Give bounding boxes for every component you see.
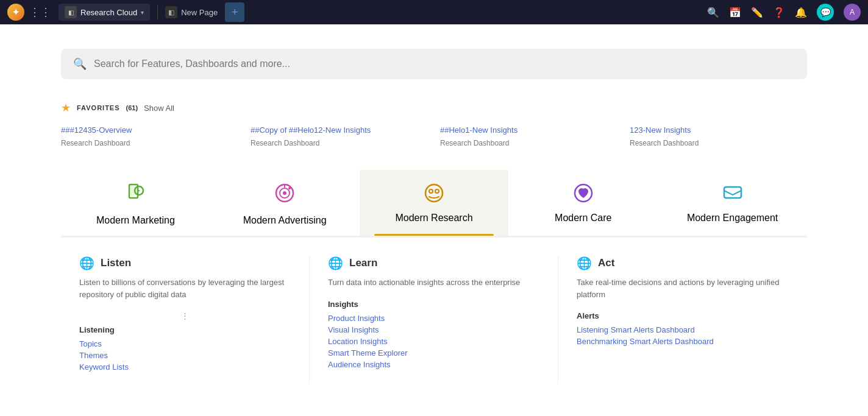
brand-icon: ◧ — [65, 6, 77, 18]
modern-engagement-icon — [722, 182, 744, 206]
help-icon[interactable]: ❓ — [773, 7, 785, 18]
learn-links: Product Insights Visual Insights Locatio… — [328, 314, 539, 369]
learn-column: 🌐 Learn Turn data into actionable insigh… — [310, 256, 558, 384]
product-tabs: Modern Marketing Modern Advertising Mode… — [61, 170, 807, 384]
favorite-link-3[interactable]: ##Helo1-New Insights — [440, 125, 617, 135]
search-bar-icon: 🔍 — [73, 57, 87, 71]
listen-links: Topics Themes Keyword Lists — [79, 339, 291, 372]
favorites-star-icon: ★ — [61, 101, 71, 115]
favorites-grid: ###12435-Overview Research Dashboard ##C… — [61, 125, 807, 148]
topics-link[interactable]: Topics — [79, 339, 291, 348]
tab-label-modern-research: Modern Research — [395, 213, 472, 224]
svg-point-6 — [288, 187, 291, 189]
svg-point-9 — [435, 189, 439, 193]
favorite-type-4: Research Dashboard — [630, 139, 699, 147]
learn-section-label: Insights — [328, 300, 539, 309]
svg-point-7 — [425, 185, 443, 202]
favorite-item: 123-New Insights Research Dashboard — [630, 125, 807, 148]
location-insights-link[interactable]: Location Insights — [328, 337, 539, 346]
modern-research-icon — [423, 182, 445, 206]
modern-care-icon — [572, 182, 594, 206]
search-input[interactable] — [94, 58, 795, 69]
act-icon: 🌐 — [577, 256, 592, 270]
audience-insights-link[interactable]: Audience Insights — [328, 360, 539, 369]
learn-header: 🌐 Learn — [328, 256, 539, 270]
favorite-type-1: Research Dashboard — [61, 139, 130, 147]
bell-icon[interactable]: 🔔 — [795, 7, 807, 18]
smart-theme-explorer-link[interactable]: Smart Theme Explorer — [328, 348, 539, 358]
new-page-icon: ◧ — [165, 6, 177, 18]
listening-smart-alerts-link[interactable]: Listening Smart Alerts Dashboard — [577, 325, 789, 334]
top-navigation: ✦ ⋮⋮ ◧ Research Cloud ▾ ◧ New Page + 🔍 📅… — [0, 0, 868, 24]
favorite-item: ##Copy of ##Helo12-New Insights Research… — [251, 125, 428, 148]
calendar-icon[interactable]: 📅 — [729, 7, 741, 18]
search-bar[interactable]: 🔍 — [61, 49, 807, 79]
new-page-label: New Page — [181, 8, 218, 17]
search-icon[interactable]: 🔍 — [707, 7, 719, 18]
learn-title: Learn — [349, 257, 377, 269]
product-insights-link[interactable]: Product Insights — [328, 314, 539, 323]
favorite-item: ###12435-Overview Research Dashboard — [61, 125, 238, 148]
themes-link[interactable]: Themes — [79, 351, 291, 360]
nav-icon-group: 🔍 📅 ✏️ ❓ 🔔 💬 A — [707, 4, 861, 21]
act-links: Listening Smart Alerts Dashboard Benchma… — [577, 325, 789, 346]
avatar[interactable]: A — [844, 4, 861, 21]
edit-icon[interactable]: ✏️ — [751, 7, 763, 18]
modern-research-content: 🌐 Listen Listen to billions of conversat… — [61, 236, 807, 384]
favorite-type-2: Research Dashboard — [251, 139, 319, 147]
favorites-header: ★ FAVORITES (61) Show All — [61, 101, 807, 115]
brand-dropdown[interactable]: ◧ Research Cloud ▾ — [59, 4, 150, 21]
act-description: Take real-time decisions and actions by … — [577, 277, 789, 300]
act-title: Act — [598, 257, 614, 269]
listen-title: Listen — [101, 257, 131, 269]
chat-icon[interactable]: 💬 — [817, 4, 834, 21]
favorite-link-4[interactable]: 123-New Insights — [630, 125, 807, 135]
add-tab-button[interactable]: + — [225, 2, 244, 22]
tab-label-modern-marketing: Modern Marketing — [96, 215, 175, 226]
svg-point-8 — [429, 189, 433, 193]
act-section-label: Alerts — [577, 311, 789, 320]
tabs-bar: Modern Marketing Modern Advertising Mode… — [61, 170, 807, 236]
favorite-type-3: Research Dashboard — [440, 139, 509, 147]
brand-name: Research Cloud — [80, 8, 137, 17]
listen-section-label: Listening — [79, 325, 291, 334]
nav-divider — [157, 5, 158, 19]
keyword-lists-link[interactable]: Keyword Lists — [79, 362, 291, 372]
tab-modern-research[interactable]: Modern Research — [360, 170, 509, 236]
favorites-show-all-link[interactable]: Show All — [144, 104, 174, 113]
modern-advertising-icon — [274, 182, 296, 209]
favorite-link-2[interactable]: ##Copy of ##Helo12-New Insights — [251, 125, 428, 135]
favorite-item: ##Helo1-New Insights Research Dashboard — [440, 125, 617, 148]
brand-chevron-icon: ▾ — [141, 9, 144, 16]
favorites-count: (61) — [126, 104, 138, 111]
grid-icon[interactable]: ⋮⋮ — [29, 5, 51, 19]
visual-insights-link[interactable]: Visual Insights — [328, 325, 539, 334]
main-content: 🔍 ★ FAVORITES (61) Show All ###12435-Ove… — [0, 24, 868, 416]
tab-modern-marketing[interactable]: Modern Marketing — [61, 170, 210, 236]
act-header: 🌐 Act — [577, 256, 789, 270]
listen-header: 🌐 Listen — [79, 256, 291, 270]
benchmarking-smart-alerts-link[interactable]: Benchmarking Smart Alerts Dashboard — [577, 337, 789, 346]
favorites-title: FAVORITES — [77, 104, 120, 111]
favorites-section: ★ FAVORITES (61) Show All ###12435-Overv… — [61, 101, 807, 148]
listen-icon: 🌐 — [79, 256, 94, 270]
tab-modern-care[interactable]: Modern Care — [508, 170, 658, 236]
tab-modern-advertising[interactable]: Modern Advertising — [210, 170, 360, 236]
listen-separator: ⋮ — [79, 311, 291, 320]
learn-description: Turn data into actionable insights acros… — [328, 277, 539, 289]
tab-label-modern-engagement: Modern Engagement — [687, 213, 778, 224]
act-column: 🌐 Act Take real-time decisions and actio… — [558, 256, 807, 384]
listen-description: Listen to billions of conversations by l… — [79, 277, 291, 300]
new-page-button[interactable]: ◧ New Page — [165, 6, 218, 18]
tab-label-modern-advertising: Modern Advertising — [243, 215, 327, 226]
tab-modern-engagement[interactable]: Modern Engagement — [658, 170, 807, 236]
svg-point-5 — [283, 191, 286, 195]
tab-label-modern-care: Modern Care — [555, 213, 611, 224]
favorite-link-1[interactable]: ###12435-Overview — [61, 125, 238, 135]
listen-column: 🌐 Listen Listen to billions of conversat… — [61, 256, 310, 384]
modern-marketing-icon — [124, 182, 146, 209]
learn-icon: 🌐 — [328, 256, 343, 270]
app-logo[interactable]: ✦ — [7, 4, 24, 21]
